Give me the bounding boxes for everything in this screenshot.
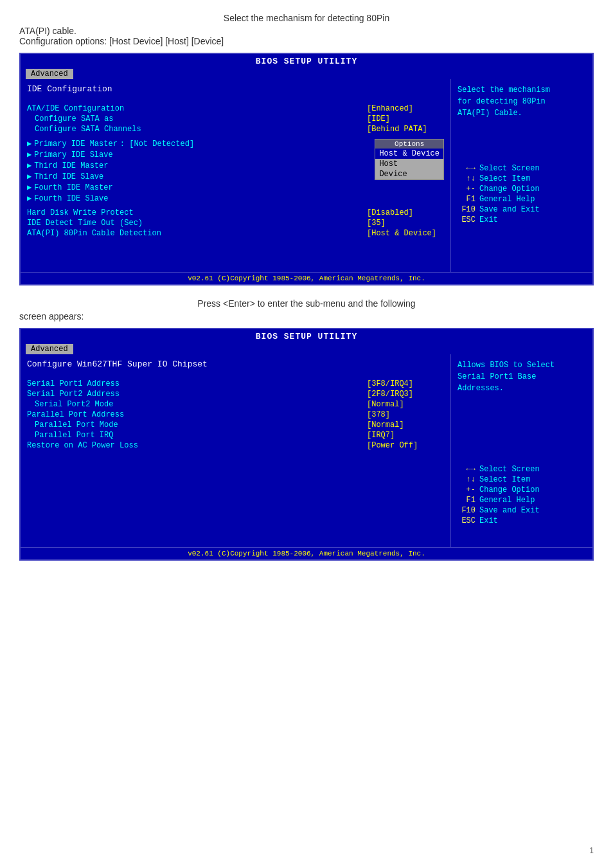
help-text-1: Select the mechanismfor detecting 80PinA… bbox=[458, 84, 586, 119]
key-desc-screen-2: Select Screen bbox=[479, 465, 540, 474]
bios-body-1: IDE Configuration ATA/IDE Configuration … bbox=[21, 79, 592, 272]
config-row-ata-detect: ATA(PI) 80Pin Cable Detection [Host & De… bbox=[27, 229, 444, 238]
menu-label-primary-slave: Primary IDE Slave bbox=[34, 150, 112, 159]
menu-fourth-slave[interactable]: ▶ Fourth IDE Slave bbox=[27, 194, 355, 203]
intro-left: ATA(PI) cable. Configuration options: [H… bbox=[19, 26, 594, 46]
config-value-pp: [378] bbox=[367, 410, 444, 419]
key-ud-2: ↑↓ bbox=[458, 475, 475, 484]
section-title-2: Configure Win627THF Super IO Chipset bbox=[27, 359, 444, 369]
key-row-item-1: ↑↓ Select Item bbox=[458, 174, 586, 183]
key-desc-exit-1: Exit bbox=[479, 215, 498, 224]
config-label-ac: Restore on AC Power Loss bbox=[27, 441, 367, 450]
bios-tab-advanced-1[interactable]: Advanced bbox=[26, 69, 73, 79]
page-number: 1 bbox=[589, 846, 594, 855]
key-desc-exit-2: Exit bbox=[479, 516, 498, 525]
menu-items-area: ▶ Primary IDE Master : [Not Detected] ▶ … bbox=[27, 139, 444, 204]
config-value-hd-write: [Disabled] bbox=[367, 208, 444, 217]
arrow-icon-4: ▶ bbox=[27, 172, 31, 181]
between-left: screen appears: bbox=[19, 311, 594, 321]
menu-label-primary-master: Primary IDE Master bbox=[34, 140, 118, 149]
config-value-sp2: [2F8/IRQ3] bbox=[367, 390, 444, 399]
config-label-pp-mode: Parallel Port Mode bbox=[27, 420, 367, 429]
popup-title: Options bbox=[375, 140, 443, 149]
config-value-pp-mode: [Normal] bbox=[367, 420, 444, 429]
key-f1-2: F1 bbox=[458, 496, 475, 505]
popup-item-device[interactable]: Device bbox=[375, 169, 443, 179]
config-row-sp1: Serial Port1 Address [3F8/IRQ4] bbox=[27, 379, 444, 388]
key-row-screen-2: ←→ Select Screen bbox=[458, 465, 586, 474]
bios-right-1: Select the mechanismfor detecting 80PinA… bbox=[451, 79, 592, 272]
config-value-sp1: [3F8/IRQ4] bbox=[367, 379, 444, 388]
arrow-icon-1: ▶ bbox=[27, 139, 31, 149]
menu-primary-master[interactable]: ▶ Primary IDE Master : [Not Detected] bbox=[27, 139, 355, 149]
key-row-exit-1: ESC Exit bbox=[458, 215, 586, 224]
key-help-2: ←→ Select Screen ↑↓ Select Item +- Chang… bbox=[458, 465, 586, 525]
key-desc-save-2: Save and Exit bbox=[479, 506, 540, 515]
key-esc-2: ESC bbox=[458, 516, 475, 525]
menu-value-primary-master: : [Not Detected] bbox=[120, 140, 194, 149]
options-popup-box: Options Host & Device Host Device bbox=[375, 139, 444, 180]
intro-center: Select the mechanism for detecting 80Pin bbox=[19, 13, 594, 23]
menu-label-fourth-slave: Fourth IDE Slave bbox=[34, 194, 108, 203]
config-label-ata-detect: ATA(PI) 80Pin Cable Detection bbox=[27, 229, 367, 238]
config-label-sp2-mode: Serial Port2 Mode bbox=[27, 400, 367, 409]
key-f10-1: F10 bbox=[458, 205, 475, 214]
key-desc-item-1: Select Item bbox=[479, 174, 530, 183]
menu-fourth-master[interactable]: ▶ Fourth IDE Master bbox=[27, 183, 355, 192]
arrow-icon-5: ▶ bbox=[27, 183, 31, 192]
key-desc-save-1: Save and Exit bbox=[479, 205, 540, 214]
config-row-ide-detect: IDE Detect Time Out (Sec) [35] bbox=[27, 219, 444, 228]
key-desc-item-2: Select Item bbox=[479, 475, 530, 484]
config-value-pp-irq: [IRQ7] bbox=[367, 431, 444, 440]
key-row-item-2: ↑↓ Select Item bbox=[458, 475, 586, 484]
config-row-sata: Configure SATA as [IDE] bbox=[27, 114, 444, 123]
config-value-ide-detect: [35] bbox=[367, 219, 444, 228]
config-value-ata-detect: [Host & Device] bbox=[367, 229, 444, 238]
bios-footer-2: v02.61 (C)Copyright 1985-2006, American … bbox=[21, 547, 592, 559]
bios-footer-1: v02.61 (C)Copyright 1985-2006, American … bbox=[21, 272, 592, 284]
config-row-hd-write: Hard Disk Write Protect [Disabled] bbox=[27, 208, 444, 217]
config-row-sp2: Serial Port2 Address [2F8/IRQ3] bbox=[27, 390, 444, 399]
bios-tab-bar-2: Advanced bbox=[21, 343, 592, 354]
key-row-change-1: +- Change Option bbox=[458, 185, 586, 194]
key-row-help-1: F1 General Help bbox=[458, 195, 586, 204]
key-desc-screen-1: Select Screen bbox=[479, 164, 540, 173]
config-value-sata-ch: [Behind PATA] bbox=[367, 125, 444, 134]
config-label-sata: Configure SATA as bbox=[27, 114, 367, 123]
key-row-screen-1: ←→ Select Screen bbox=[458, 164, 586, 173]
key-desc-change-2: Change Option bbox=[479, 485, 540, 494]
arrow-icon-3: ▶ bbox=[27, 161, 31, 170]
key-row-save-1: F10 Save and Exit bbox=[458, 205, 586, 214]
key-esc-1: ESC bbox=[458, 215, 475, 224]
key-ud-1: ↑↓ bbox=[458, 174, 475, 183]
config-label-sata-ch: Configure SATA Channels bbox=[27, 125, 367, 134]
config-value-ata: [Enhanced] bbox=[367, 104, 444, 113]
config-value-sata: [IDE] bbox=[367, 114, 444, 123]
bios-left-2: Configure Win627THF Super IO Chipset Ser… bbox=[21, 354, 451, 547]
menu-label-fourth-master: Fourth IDE Master bbox=[34, 183, 112, 192]
popup-item-host[interactable]: Host bbox=[375, 159, 443, 169]
key-row-help-2: F1 General Help bbox=[458, 496, 586, 505]
bios-right-2: Allows BIOS to SelectSerial Port1 BaseAd… bbox=[451, 354, 592, 547]
config-label-pp-irq: Parallel Port IRQ bbox=[27, 431, 367, 440]
config-label-sp1: Serial Port1 Address bbox=[27, 379, 367, 388]
menu-label-third-master: Third IDE Master bbox=[34, 161, 108, 170]
key-row-save-2: F10 Save and Exit bbox=[458, 506, 586, 515]
key-arrows-1: ←→ bbox=[458, 164, 475, 173]
key-f10-2: F10 bbox=[458, 506, 475, 515]
config-value-ac: [Power Off] bbox=[367, 441, 444, 450]
key-desc-help-1: General Help bbox=[479, 195, 535, 204]
popup-item-host-device[interactable]: Host & Device bbox=[375, 149, 443, 159]
bios-tab-bar-1: Advanced bbox=[21, 68, 592, 79]
menu-primary-slave[interactable]: ▶ Primary IDE Slave bbox=[27, 150, 355, 159]
key-help-1: ←→ Select Screen ↑↓ Select Item +- Chang… bbox=[458, 164, 586, 224]
menu-label-third-slave: Third IDE Slave bbox=[34, 172, 103, 181]
menu-third-slave[interactable]: ▶ Third IDE Slave bbox=[27, 172, 355, 181]
menu-third-master[interactable]: ▶ Third IDE Master bbox=[27, 161, 355, 170]
bios-tab-advanced-2[interactable]: Advanced bbox=[26, 344, 73, 354]
config-row-ac: Restore on AC Power Loss [Power Off] bbox=[27, 441, 444, 450]
config-row-pp-irq: Parallel Port IRQ [IRQ7] bbox=[27, 431, 444, 440]
bios-title-1: BIOS SETUP UTILITY bbox=[21, 54, 592, 68]
options-popup: Options Host & Device Host Device bbox=[375, 139, 444, 180]
key-pm-2: +- bbox=[458, 485, 475, 494]
